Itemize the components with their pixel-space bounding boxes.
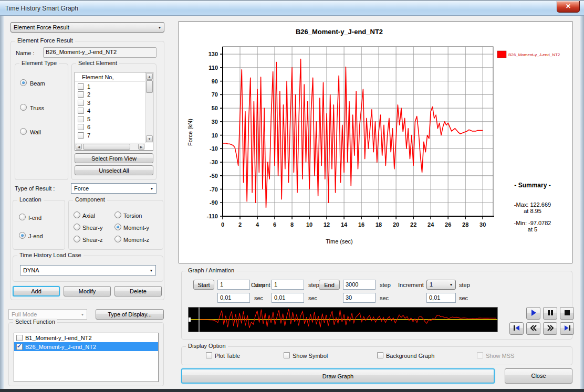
- current-sec-input[interactable]: 0,01: [272, 293, 304, 303]
- element-checkbox[interactable]: [78, 124, 84, 130]
- element-list-item[interactable]: 4: [75, 107, 145, 115]
- scroll-left-icon[interactable]: ◀: [76, 144, 82, 150]
- element-list-item[interactable]: 1: [75, 82, 145, 91]
- end-sec-input[interactable]: 30: [343, 293, 376, 303]
- scroll-up-icon[interactable]: ▲: [146, 73, 153, 80]
- function-checkbox[interactable]: [16, 335, 23, 341]
- radio-torsion[interactable]: [114, 211, 121, 218]
- play-button[interactable]: [526, 307, 540, 320]
- element-list-item[interactable]: 2: [75, 91, 145, 99]
- checkbox-show-symbol[interactable]: [284, 352, 290, 358]
- radio-truss[interactable]: [20, 104, 27, 111]
- radio-moment-y[interactable]: [114, 224, 121, 230]
- current-step-input[interactable]: 1: [272, 280, 304, 290]
- element-checkbox[interactable]: [78, 116, 84, 122]
- element-list-header: Element No,: [75, 72, 153, 82]
- forward-button[interactable]: [543, 322, 557, 335]
- animation-preview-strip[interactable]: [188, 307, 498, 332]
- mode-combo-value: Full Mode: [12, 311, 37, 317]
- pause-button[interactable]: [543, 307, 557, 320]
- hscroll-thumb[interactable]: [83, 144, 130, 150]
- svg-text:90: 90: [212, 78, 218, 84]
- skip-first-button[interactable]: [509, 322, 524, 335]
- radio-axial-label: Axial: [82, 213, 95, 219]
- checkbox-plot-table[interactable]: [206, 352, 212, 358]
- draw-graph-button[interactable]: Draw Graph: [181, 368, 495, 384]
- function-list[interactable]: B1_Moment-y_I-end_NT2B26_Moment-y_J-end_…: [14, 333, 159, 382]
- summary-block: - Summary - -Max: 122.669 at 8.95 -Min: …: [493, 182, 572, 232]
- svg-text:-10: -10: [210, 145, 218, 152]
- result-type-combo[interactable]: Element Force Result ▼: [11, 22, 164, 33]
- type-of-result-combo[interactable]: Force ▼: [71, 183, 157, 194]
- element-checkbox[interactable]: [78, 132, 84, 139]
- modify-button[interactable]: Modify: [64, 286, 111, 296]
- stop-icon: [563, 309, 571, 318]
- checkbox-background-graph[interactable]: [377, 352, 383, 358]
- element-list-item[interactable]: 5: [75, 115, 145, 123]
- function-list-item[interactable]: B26_Moment-y_J-end_NT2: [14, 342, 158, 351]
- end-button[interactable]: End: [319, 280, 340, 290]
- display-option-group-label: Display Option: [186, 343, 228, 349]
- element-number: 5: [87, 116, 90, 122]
- radio-j-end[interactable]: [19, 232, 26, 239]
- function-checkbox[interactable]: [16, 344, 23, 350]
- element-checkbox[interactable]: [78, 91, 84, 98]
- svg-text:130: 130: [208, 51, 218, 57]
- radio-wall[interactable]: [20, 128, 27, 135]
- element-list-item[interactable]: 6: [75, 123, 145, 132]
- unselect-all-button[interactable]: Unselect All: [75, 165, 153, 175]
- add-button[interactable]: Add: [13, 286, 60, 296]
- function-list-item[interactable]: B1_Moment-y_I-end_NT2: [14, 333, 158, 342]
- element-list-vscrollbar[interactable]: ▲ ▼: [145, 72, 153, 143]
- chevron-down-icon: ▼: [447, 281, 455, 289]
- radio-shear-z[interactable]: [74, 236, 80, 242]
- checkbox-label: Plot Table: [215, 353, 240, 359]
- x-axis-label: Time (sec): [224, 238, 455, 245]
- radio-i-end[interactable]: [19, 214, 26, 220]
- component-group-label: Component: [73, 196, 107, 203]
- end-step-input[interactable]: 3000: [343, 280, 376, 290]
- radio-beam-label: Beam: [30, 80, 45, 87]
- element-checkbox[interactable]: [78, 83, 84, 90]
- element-list-item[interactable]: 3: [75, 99, 145, 107]
- load-case-combo[interactable]: DYNA ▼: [20, 265, 156, 276]
- svg-text:110: 110: [208, 65, 218, 71]
- element-checkbox[interactable]: [78, 100, 84, 106]
- element-checkbox[interactable]: [78, 108, 84, 114]
- svg-text:0: 0: [221, 221, 224, 228]
- start-button[interactable]: Start: [193, 280, 214, 290]
- element-list-hscrollbar[interactable]: ◀ ▶: [75, 143, 145, 150]
- increment-label: Increment: [398, 282, 424, 288]
- radio-axial[interactable]: [74, 211, 80, 218]
- delete-button[interactable]: Delete: [114, 286, 162, 296]
- name-field[interactable]: B26_Moment-y_J-end_NT2: [43, 47, 157, 58]
- checkbox-label: Show Symbol: [293, 353, 328, 359]
- scroll-down-icon[interactable]: ▼: [146, 135, 153, 142]
- element-list-item[interactable]: 7: [75, 131, 145, 140]
- rewind-button[interactable]: [526, 322, 540, 335]
- close-window-button[interactable]: ✕: [557, 1, 580, 13]
- element-list[interactable]: Element No, 1234567 ▲ ▼ ◀ ▶: [75, 72, 153, 151]
- window-border-left: [0, 16, 4, 389]
- start-step-input[interactable]: 1: [217, 280, 250, 290]
- start-sec-input[interactable]: 0,01: [217, 293, 250, 303]
- stop-button[interactable]: [560, 307, 574, 320]
- increment-step-unit: step: [459, 282, 470, 288]
- vscroll-thumb[interactable]: [146, 80, 153, 93]
- type-of-display-button[interactable]: Type of Display...: [96, 309, 164, 320]
- increment-sec-input[interactable]: 0,01: [426, 293, 456, 303]
- title-bar[interactable]: Time History Smart Graph ✕: [0, 0, 584, 16]
- radio-moment-z[interactable]: [114, 236, 121, 242]
- skip-last-button[interactable]: [560, 322, 574, 335]
- select-from-view-button[interactable]: Select From View: [75, 153, 153, 163]
- select-function-group-label: Select Function: [13, 319, 57, 325]
- scroll-right-icon[interactable]: ▶: [138, 144, 144, 150]
- skip-last-icon: [563, 324, 571, 333]
- svg-text:50: 50: [212, 105, 218, 111]
- legend-entry: B26_Moment-y_J-end_NT2: [508, 52, 560, 57]
- increment-combo[interactable]: 1 ▼: [426, 280, 456, 290]
- radio-beam[interactable]: [20, 79, 27, 86]
- close-button[interactable]: Close: [505, 368, 572, 384]
- svg-text:30: 30: [212, 119, 218, 125]
- radio-shear-y[interactable]: [74, 224, 80, 230]
